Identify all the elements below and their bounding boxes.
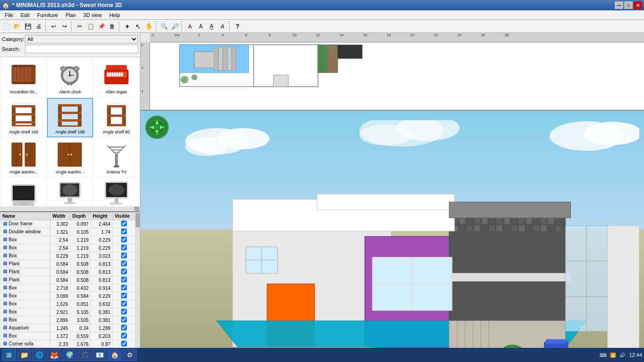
zoom-in-button[interactable]: 🔍 — [159, 21, 169, 32]
cell-visible[interactable] — [113, 284, 135, 292]
table-row[interactable]: Box 2.718 0.432 0.914 — [0, 284, 135, 292]
col-name[interactable]: Name — [0, 213, 50, 220]
visibility-checkbox[interactable] — [121, 333, 127, 338]
furniture-item-shelf80[interactable]: Angle shelf 80 — [94, 98, 139, 137]
cell-visible[interactable] — [113, 292, 135, 300]
taskbar-globe[interactable]: 🌍 — [62, 349, 76, 361]
menu-item-3d-view[interactable]: 3D view — [80, 11, 106, 19]
cell-visible[interactable] — [113, 252, 135, 260]
cell-visible[interactable] — [113, 260, 135, 268]
wall-tool[interactable]: A — [185, 21, 195, 32]
furniture-item-shelf160[interactable]: Angle shelf 160 — [1, 98, 46, 137]
visibility-checkbox[interactable] — [121, 301, 127, 306]
menu-item-edit[interactable]: Edit — [17, 11, 33, 19]
table-row[interactable]: Corner sofa 2.33 1.676 0.87 — [0, 340, 135, 348]
cell-visible[interactable] — [113, 236, 135, 244]
cell-visible[interactable] — [113, 228, 135, 236]
floor-plan[interactable]: -2 0m 2 4 6 8 10 12 14 16 18 20 22 24 26… — [140, 33, 644, 111]
visibility-checkbox[interactable] — [121, 229, 127, 234]
table-row[interactable]: Box 1.372 0.559 0.203 — [0, 332, 135, 340]
table-row[interactable]: Plant 0.584 0.508 0.813 — [0, 260, 135, 268]
table-row[interactable]: Box 2.896 3.505 0.381 — [0, 316, 135, 324]
undo-button[interactable]: ↩ — [49, 21, 59, 32]
furniture-item-shelf198[interactable]: Angle shelf 198 — [47, 98, 92, 137]
table-row[interactable]: Box 3.099 0.584 0.229 — [0, 292, 135, 300]
visibility-checkbox[interactable] — [121, 309, 127, 314]
search-input[interactable] — [25, 45, 138, 53]
paste-button[interactable]: 📌 — [96, 21, 107, 32]
furniture-item-ibook[interactable]: Apple iBook — [1, 178, 46, 206]
taskbar-explorer[interactable]: 📁 — [17, 349, 31, 361]
table-row[interactable]: Box 0.229 1.219 3.023 — [0, 252, 135, 260]
table-scrollbar[interactable] — [135, 212, 140, 348]
open-button[interactable]: 📂 — [12, 21, 22, 32]
menu-item-file[interactable]: File — [1, 11, 17, 19]
plan-canvas[interactable] — [150, 42, 644, 110]
furniture-item-allen-organ[interactable]: Allen organ — [94, 58, 139, 97]
furniture-item-wardrobe2[interactable]: Angle wardro... — [47, 138, 92, 177]
delete-button[interactable]: 🗑 — [107, 21, 117, 32]
col-depth[interactable]: Depth — [70, 213, 91, 220]
help-button[interactable]: ? — [232, 21, 243, 32]
start-button[interactable]: ⊞ — [2, 349, 16, 361]
taskbar-browser1[interactable]: 🌐 — [32, 349, 46, 361]
col-height[interactable]: Height — [91, 213, 113, 220]
visibility-checkbox[interactable] — [121, 253, 127, 258]
table-row[interactable]: Plant 0.584 0.508 0.813 — [0, 268, 135, 276]
print-button[interactable]: 🖨 — [33, 21, 44, 32]
taskbar-music[interactable]: 🎵 — [77, 349, 91, 361]
col-width[interactable]: Width — [50, 213, 70, 220]
visibility-checkbox[interactable] — [121, 293, 127, 298]
table-row[interactable]: Door frame 3.302 0.097 2.464 — [0, 220, 135, 228]
cell-visible[interactable] — [113, 268, 135, 276]
furniture-item-alarm-clock[interactable]: Alarm clock — [47, 58, 92, 97]
save-button[interactable]: 💾 — [23, 21, 33, 32]
room-tool[interactable]: Ā — [196, 21, 206, 32]
visibility-checkbox[interactable] — [121, 261, 127, 266]
visibility-checkbox[interactable] — [121, 341, 127, 346]
minimize-button[interactable]: — — [615, 1, 623, 9]
cell-visible[interactable] — [113, 308, 135, 316]
taskbar-email[interactable]: 📧 — [92, 349, 107, 361]
new-button[interactable]: 📄 — [1, 21, 11, 32]
redo-button[interactable]: ↪ — [59, 21, 70, 32]
cell-visible[interactable] — [113, 316, 135, 324]
cell-visible[interactable] — [113, 300, 135, 308]
taskbar-browser2[interactable]: 🦊 — [47, 349, 61, 361]
visibility-checkbox[interactable] — [121, 325, 127, 330]
cell-visible[interactable] — [113, 220, 135, 228]
furniture-item-antenna[interactable]: Antena TV — [94, 138, 139, 177]
menu-item-furniture[interactable]: Furniture — [33, 11, 62, 19]
table-row[interactable]: Box 2.921 5.105 0.381 — [0, 308, 135, 316]
nav-compass[interactable] — [145, 115, 169, 139]
table-row[interactable]: Box 2.54 1.219 0.229 — [0, 236, 135, 244]
cell-visible[interactable] — [113, 244, 135, 252]
add-furniture-button[interactable]: + — [122, 21, 132, 32]
furniture-item-accordion[interactable]: Accordion fol... — [1, 58, 46, 97]
dimension-tool[interactable]: A̲ — [206, 21, 217, 32]
menu-item-help[interactable]: Help — [106, 11, 124, 19]
table-row[interactable]: Plant 0.584 0.508 0.813 — [0, 276, 135, 284]
table-row[interactable]: Box 2.54 1.219 0.229 — [0, 244, 135, 252]
scroll-thumb[interactable] — [134, 207, 139, 211]
table-scroll-thumb[interactable] — [136, 213, 140, 227]
cell-visible[interactable] — [113, 324, 135, 332]
text-tool[interactable]: A — [217, 21, 228, 32]
close-button[interactable]: ✕ — [634, 1, 642, 9]
table-row[interactable]: Box 1.626 0.051 3.632 — [0, 300, 135, 308]
visibility-checkbox[interactable] — [121, 317, 127, 322]
cell-visible[interactable] — [113, 340, 135, 348]
taskbar-home[interactable]: 🏠 — [107, 349, 122, 361]
furniture-item-imac19[interactable]: Apple iMac 19... — [47, 178, 92, 206]
pan-tool[interactable]: ✋ — [144, 21, 154, 32]
copy-button[interactable]: 📋 — [85, 21, 96, 32]
visibility-checkbox[interactable] — [121, 269, 127, 274]
furniture-table-scroll[interactable]: Name Width Depth Height Visible Door fra… — [0, 212, 135, 348]
visibility-checkbox[interactable] — [121, 285, 127, 290]
maximize-button[interactable]: □ — [624, 1, 633, 9]
cell-visible[interactable] — [113, 332, 135, 340]
taskbar-settings[interactable]: ⚙ — [123, 349, 137, 361]
category-select[interactable]: All — [25, 35, 138, 43]
visibility-checkbox[interactable] — [121, 277, 127, 282]
zoom-out-button[interactable]: 🔎 — [170, 21, 180, 32]
